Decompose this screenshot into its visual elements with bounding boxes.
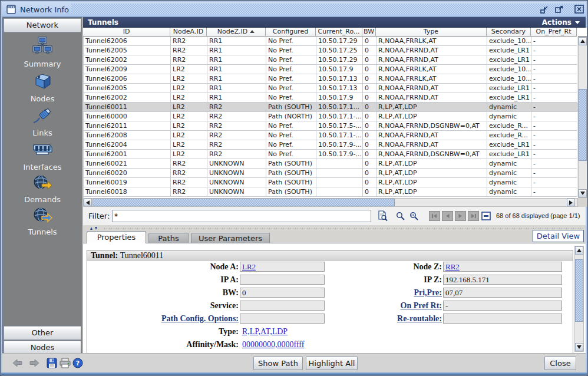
collapse-icons[interactable] xyxy=(88,226,101,230)
detail-view-button[interactable]: Detail View xyxy=(533,230,584,242)
tab-properties[interactable]: Properties xyxy=(87,231,146,243)
vertical-scroll-thumb[interactable] xyxy=(579,89,587,161)
next-page-button[interactable] xyxy=(455,211,466,221)
table-row[interactable]: Tunnel62006RR2RR1No Pref.10.50.17.290R,N… xyxy=(84,37,578,46)
table-row[interactable]: Tunnel62002LR2RR1No Pref.10.50.17.90R,NO… xyxy=(84,93,578,103)
table-cell: R,LP,AT,LDP xyxy=(376,178,487,187)
tunnels-icon xyxy=(3,206,82,224)
table-vertical-scrollbar[interactable] xyxy=(578,37,587,198)
field-label-affinity-mask: Affinity/Mask: xyxy=(87,339,239,349)
column-header-nodeaid[interactable]: NodeA.ID xyxy=(170,28,207,37)
table-row[interactable]: Tunnel60018RR2UNKNOWNPath (SOUTH)0R,LP,A… xyxy=(84,187,578,197)
titlebar[interactable]: Network Info xyxy=(2,2,586,17)
sidebar-item-summary[interactable]: Summary xyxy=(3,36,82,68)
sidebar-item-demands[interactable]: Demands xyxy=(3,174,82,204)
column-header-configured[interactable]: Configured xyxy=(266,28,316,37)
filter-label: Filter: xyxy=(88,212,110,220)
table-cell: 0 xyxy=(363,159,376,169)
sidebar-item-links[interactable]: Links xyxy=(3,106,82,137)
first-page-button[interactable] xyxy=(429,211,440,221)
tunnels-title: Tunnels xyxy=(88,18,118,27)
table-row[interactable]: Tunnel60020RR2UNKNOWNPath (SOUTH)0R,LP,A… xyxy=(84,169,578,178)
table-cell: Tunnel62011 xyxy=(84,121,171,131)
table-row[interactable]: Tunnel62004LR2RR2No Pref.10.50.17.9-...0… xyxy=(84,140,578,150)
scroll-left-button[interactable] xyxy=(84,199,92,206)
field-value-link[interactable]: RR2 xyxy=(445,262,460,271)
table-cell: 0 xyxy=(363,178,376,187)
sidebar-item-tunnels[interactable]: Tunnels xyxy=(3,206,82,236)
table-row[interactable]: Tunnel62005RR2RR1No Pref.10.50.17.250R,N… xyxy=(84,46,578,55)
forward-icon[interactable] xyxy=(28,358,40,368)
field-value-box: 07,07 xyxy=(443,288,562,298)
properties-scrollbar[interactable] xyxy=(574,246,584,352)
nodes-icon xyxy=(3,72,82,91)
props-scroll-down[interactable] xyxy=(575,343,583,351)
table-row[interactable]: Tunnel62002RR2RR1No Pref.10.50.17.290R,N… xyxy=(84,55,578,65)
table-row[interactable]: Tunnel60011LR2RR2Path (SOUTH)10.50.17.1.… xyxy=(84,103,578,112)
table-row[interactable]: Tunnel62009LR2RR1No Pref.10.50.17.90R,NO… xyxy=(84,65,578,74)
restore-button[interactable] xyxy=(539,4,550,15)
horizontal-scroll-thumb[interactable] xyxy=(93,199,395,206)
table-row[interactable]: Tunnel62005LR2RR1No Pref.10.50.17.130R,N… xyxy=(84,84,578,93)
split-divider[interactable] xyxy=(83,225,586,231)
other-button[interactable]: Other xyxy=(4,326,81,340)
table-row[interactable]: Tunnel62006LR2RR1No Pref.10.50.17.130R,N… xyxy=(84,74,578,84)
sidebar-item-nodes[interactable]: Nodes xyxy=(3,72,82,103)
scroll-up-button[interactable] xyxy=(579,37,587,45)
table-cell: 0 xyxy=(363,103,376,112)
column-header-id[interactable]: ID xyxy=(83,28,170,37)
table-row[interactable]: Tunnel60019RR2UNKNOWNPath (SOUTH)0R,LP,A… xyxy=(84,178,578,187)
table-horizontal-scrollbar[interactable] xyxy=(83,198,578,207)
table-row[interactable]: Tunnel62011LR2RR2No Pref.10.50.17.5-...0… xyxy=(84,121,578,131)
table-cell: No Pref. xyxy=(266,150,316,159)
scroll-right-button[interactable] xyxy=(567,199,575,206)
field-label-pri-pre[interactable]: Pri,Pre: xyxy=(87,288,442,298)
props-scroll-up[interactable] xyxy=(575,246,583,255)
column-header-currentro[interactable]: Current_Ro... xyxy=(316,28,362,37)
maximize-button[interactable] xyxy=(554,4,565,15)
table-row[interactable]: Tunnel60021RR2UNKNOWNPath (SOUTH)0R,LP,A… xyxy=(84,159,578,169)
close-button[interactable] xyxy=(574,4,585,15)
column-header-bw[interactable]: BW xyxy=(362,28,376,37)
network-info-window: Network Info Network Su xyxy=(0,0,588,376)
scroll-down-button[interactable] xyxy=(579,189,587,197)
filter-input[interactable] xyxy=(112,210,371,222)
zoom-icon[interactable] xyxy=(396,212,405,221)
field-value-link[interactable]: 00000000,0000ffff xyxy=(242,339,304,349)
table-row[interactable]: Tunnel62001LR2RR2No Pref.10.50.17.9-...0… xyxy=(84,150,578,159)
list-view-icon[interactable] xyxy=(481,212,491,220)
table-cell: 10.50.17.1... xyxy=(316,103,363,112)
tab-paths[interactable]: Paths xyxy=(148,233,189,243)
help-icon[interactable]: ? xyxy=(72,358,84,368)
table-cell: 0 xyxy=(363,187,376,197)
sidebar-item-interfaces[interactable]: Interfaces xyxy=(3,140,82,171)
prev-page-button[interactable] xyxy=(442,211,453,221)
column-header-type[interactable]: Type xyxy=(376,28,487,37)
field-value-link[interactable]: R,LP,AT,LDP xyxy=(242,326,288,337)
save-icon[interactable] xyxy=(47,358,58,368)
table-row[interactable]: Tunnel62008LR2RR2No Pref.10.50.17.1-...0… xyxy=(84,131,578,140)
props-scroll-thumb[interactable] xyxy=(575,259,583,322)
column-header-secondary[interactable]: Secondary xyxy=(487,28,531,37)
last-page-button[interactable] xyxy=(468,211,479,221)
print-icon[interactable] xyxy=(60,358,71,368)
tab-user-parameters[interactable]: User Parameters xyxy=(191,233,270,243)
show-path-button[interactable]: Show Path xyxy=(253,357,303,370)
field-label-re-routable[interactable]: Re-routable: xyxy=(87,314,442,324)
table-row[interactable]: Tunnel60000LR2RR2Path (NORTH)10.50.17.1-… xyxy=(84,112,578,121)
table-cell: UNKNOWN xyxy=(207,159,266,169)
zoom-text-icon[interactable] xyxy=(408,212,420,221)
column-header-onprefrt[interactable]: On_Pref_Rt xyxy=(531,28,577,37)
close-dialog-button[interactable]: Close xyxy=(544,357,576,370)
back-icon[interactable] xyxy=(12,358,24,368)
highlight-all-button[interactable]: Highlight All xyxy=(306,357,358,370)
network-button[interactable]: Network xyxy=(4,18,81,32)
preview-search-icon[interactable] xyxy=(377,210,388,222)
window-title: Network Info xyxy=(20,5,69,14)
interfaces-icon xyxy=(3,140,82,159)
field-label-on-pref-rt[interactable]: On Pref Rt: xyxy=(87,301,442,311)
sort-ascending-icon xyxy=(250,30,255,33)
actions-menu[interactable]: Actions xyxy=(542,18,580,27)
demands-icon xyxy=(3,174,82,192)
column-header-nodezid[interactable]: NodeZ.ID xyxy=(207,28,266,37)
